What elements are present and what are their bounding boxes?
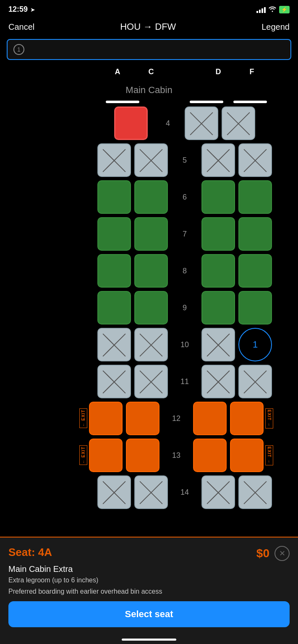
seat-7D[interactable] (201, 217, 235, 251)
seat-12C[interactable] (126, 402, 159, 435)
exit-label-left-12: ← EXIT (79, 408, 87, 428)
row-number-10: 10 (180, 340, 189, 349)
bottom-panel: Seat: 4A $0 ✕ Main Cabin Extra Extra leg… (0, 537, 298, 644)
seat-11A[interactable] (97, 365, 131, 398)
col-header-A: A (101, 68, 134, 76)
seat-9D[interactable] (201, 291, 235, 325)
row-number-4: 4 (166, 119, 170, 128)
wifi-icon (268, 5, 277, 14)
seat-6C[interactable] (134, 180, 168, 214)
seat-7F[interactable] (238, 217, 272, 251)
seat-13F[interactable] (230, 439, 264, 472)
row-number-8: 8 (183, 267, 187, 275)
seat-desc-1: Extra legroom (up to 6 inches) (8, 576, 290, 585)
exit-label-right-12: EXIT → (265, 408, 273, 428)
seat-13A[interactable] (89, 439, 123, 472)
seat-7C[interactable] (134, 217, 168, 251)
passenger-number: 1 (13, 44, 24, 55)
seat-12D[interactable] (193, 402, 227, 435)
exit-label-left-13: ← EXIT (79, 445, 87, 465)
table-row: 11 (0, 365, 298, 398)
seat-11F[interactable] (238, 365, 272, 398)
seat-13D[interactable] (193, 439, 227, 472)
seat-14D[interactable] (201, 475, 235, 509)
location-icon: ➤ (30, 6, 35, 13)
seat-5C[interactable] (134, 143, 168, 177)
row-number-6: 6 (183, 193, 187, 202)
status-time: 12:59 (8, 5, 28, 14)
seat-4A[interactable] (114, 106, 148, 140)
seat-10D[interactable] (201, 328, 235, 361)
seat-13C[interactable] (126, 439, 159, 472)
row-number-11: 11 (180, 377, 189, 386)
seat-14C[interactable] (134, 475, 168, 509)
seat-10A[interactable] (97, 328, 131, 361)
col-header-C: C (134, 68, 168, 76)
selected-seat-id: Seat: 4A (8, 546, 52, 559)
row-number-12: 12 (172, 414, 180, 423)
exit-label-right-13: EXIT → (265, 445, 273, 465)
table-row: 9 (0, 291, 298, 325)
top-lines (0, 101, 298, 105)
seat-11C[interactable] (134, 365, 168, 398)
seat-6A[interactable] (97, 180, 131, 214)
table-row: 10 1 (0, 328, 298, 361)
seat-5A[interactable] (97, 143, 131, 177)
battery-icon: ⚡ (279, 6, 290, 13)
section-label: Main Cabin (0, 78, 298, 101)
table-row: 4 (0, 106, 298, 140)
cancel-button[interactable]: Cancel (8, 22, 34, 32)
row-number-7: 7 (183, 230, 187, 239)
seat-4F[interactable] (222, 106, 255, 140)
row-number-13: 13 (172, 451, 180, 460)
seat-10F[interactable]: 1 (238, 328, 272, 361)
seat-8C[interactable] (134, 254, 168, 288)
table-row: 8 (0, 254, 298, 288)
seat-5D[interactable] (201, 143, 235, 177)
table-row: 5 (0, 143, 298, 177)
row-number-14: 14 (180, 488, 189, 497)
select-seat-button[interactable]: Select seat (8, 601, 290, 627)
home-indicator (122, 639, 176, 641)
seat-12F[interactable] (230, 402, 264, 435)
seat-8D[interactable] (201, 254, 235, 288)
seat-6D[interactable] (201, 180, 235, 214)
seat-8A[interactable] (97, 254, 131, 288)
col-header-F: F (235, 68, 269, 76)
column-headers: A C D F (0, 65, 298, 78)
row-number-9: 9 (183, 304, 187, 312)
table-row: 6 (0, 180, 298, 214)
close-button[interactable]: ✕ (274, 546, 290, 561)
seat-type-label: Main Cabin Extra (8, 564, 290, 574)
seat-9C[interactable] (134, 291, 168, 325)
table-row: ← EXIT 12 EXIT → (0, 402, 298, 435)
seat-12A[interactable] (89, 402, 123, 435)
col-header-D: D (201, 68, 235, 76)
seat-info: Seat: 4A (8, 546, 52, 559)
seat-11D[interactable] (201, 365, 235, 398)
seat-price: $0 (256, 547, 269, 560)
seat-8F[interactable] (238, 254, 272, 288)
status-icons: ⚡ (256, 5, 290, 14)
seat-6F[interactable] (238, 180, 272, 214)
seat-14A[interactable] (97, 475, 131, 509)
header: Cancel HOU → DFW Legend (0, 17, 298, 39)
seat-7A[interactable] (97, 217, 131, 251)
price-area: $0 ✕ (256, 546, 290, 561)
seat-4D[interactable] (185, 106, 218, 140)
flight-route-title: HOU → DFW (120, 21, 176, 32)
seat-10C[interactable] (134, 328, 168, 361)
table-row: 14 (0, 475, 298, 509)
signal-icon (256, 6, 266, 13)
row-number-5: 5 (183, 156, 187, 165)
table-row: 7 (0, 217, 298, 251)
table-row: ← EXIT 13 EXIT → (0, 439, 298, 472)
seat-9A[interactable] (97, 291, 131, 325)
legend-button[interactable]: Legend (261, 22, 290, 32)
passenger-bar: 1 (7, 39, 291, 60)
seat-9F[interactable] (238, 291, 272, 325)
status-bar: 12:59 ➤ ⚡ (0, 0, 298, 17)
seat-5F[interactable] (238, 143, 272, 177)
seat-desc-2: Preferred boarding with earlier overhead… (8, 587, 290, 596)
seat-14F[interactable] (238, 475, 272, 509)
